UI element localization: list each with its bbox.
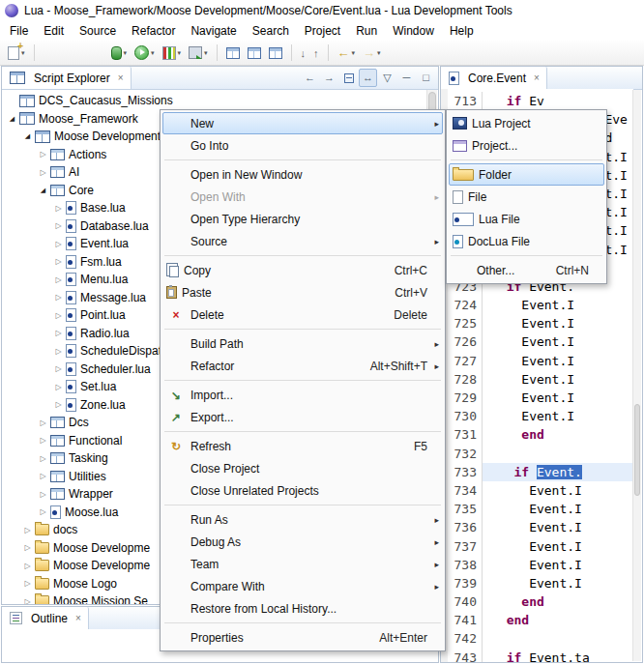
collapse-twistie-icon[interactable]: ◢ xyxy=(37,187,49,194)
editor-tab-core-event[interactable]: Core.Event × xyxy=(441,67,547,89)
menubar-item-run[interactable]: Run xyxy=(348,22,385,40)
menu-item-properties[interactable]: PropertiesAlt+Enter xyxy=(162,626,443,649)
expand-twistie-icon[interactable]: ▷ xyxy=(37,150,49,159)
menu-item-import[interactable]: ↘Import... xyxy=(162,384,443,406)
toolbar-button-table-view-2[interactable] xyxy=(245,43,264,64)
code-line-734[interactable]: 734 Event.I xyxy=(448,481,633,500)
expand-twistie-icon[interactable]: ▷ xyxy=(52,204,65,213)
expand-twistie-icon[interactable]: ▷ xyxy=(52,240,65,248)
expand-twistie-icon[interactable]: ▷ xyxy=(52,347,65,356)
submenu-item-folder[interactable]: Folder xyxy=(449,163,604,186)
code-line-731[interactable]: 731 end xyxy=(448,425,633,444)
menubar-item-refactor[interactable]: Refactor xyxy=(124,22,183,40)
code-line-728[interactable]: 728 Event.I xyxy=(448,370,633,389)
toolbar-button-new-wizard[interactable]: ▾ xyxy=(5,43,28,64)
expand-twistie-icon[interactable]: ▷ xyxy=(21,597,34,604)
collapse-twistie-icon[interactable]: ◢ xyxy=(6,115,18,123)
code-line-729[interactable]: 729 Event.I xyxy=(448,389,633,407)
expand-twistie-icon[interactable]: ▷ xyxy=(52,364,65,373)
menu-item-go-into[interactable]: Go Into xyxy=(162,134,443,157)
menu-item-close-unrelated-projects[interactable]: Close Unrelated Projects xyxy=(162,479,443,502)
submenu-item-other[interactable]: Other...Ctrl+N xyxy=(449,259,604,281)
code-line-724[interactable]: 724 Event.I xyxy=(448,296,633,314)
code-line-730[interactable]: 730 Event.I xyxy=(448,407,633,425)
menu-item-restore-from-local-history[interactable]: Restore from Local History... xyxy=(162,597,443,620)
code-line-736[interactable]: 736 Event.I xyxy=(448,518,633,536)
menu-item-refactor[interactable]: RefactorAlt+Shift+T▸ xyxy=(162,355,443,377)
menu-item-open-type-hierarchy[interactable]: Open Type Hierarchy xyxy=(162,208,443,230)
menu-item-source[interactable]: Source▸ xyxy=(162,230,443,252)
maximize-button[interactable]: □ xyxy=(417,69,435,87)
collapse-all-button[interactable] xyxy=(339,69,358,87)
close-icon[interactable]: × xyxy=(75,613,81,623)
menu-item-open-with[interactable]: Open With▸ xyxy=(162,186,443,208)
toolbar-button-table-view-1[interactable] xyxy=(223,43,243,64)
menubar-item-navigate[interactable]: Navigate xyxy=(183,22,244,40)
expand-twistie-icon[interactable]: ▷ xyxy=(37,419,49,427)
menu-item-refresh[interactable]: ↻RefreshF5 xyxy=(162,435,443,457)
menu-item-run-as[interactable]: Run As▸ xyxy=(162,508,443,531)
menubar-item-window[interactable]: Window xyxy=(385,22,442,40)
menu-item-team[interactable]: Team▸ xyxy=(162,553,443,575)
code-line-742[interactable]: 742 xyxy=(448,629,633,648)
toolbar-button-external-tools[interactable]: ▾ xyxy=(186,43,211,64)
expand-twistie-icon[interactable]: ▷ xyxy=(52,257,65,266)
submenu-item-lua-project[interactable]: Lua Project xyxy=(449,112,604,134)
menu-item-close-project[interactable]: Close Project xyxy=(162,457,443,479)
menubar-item-source[interactable]: Source xyxy=(72,22,124,40)
menu-item-compare-with[interactable]: Compare With▸ xyxy=(162,575,443,597)
expand-twistie-icon[interactable]: ▷ xyxy=(37,472,49,480)
code-line-726[interactable]: 726 Event.I xyxy=(448,332,633,351)
code-line-741[interactable]: 741 end xyxy=(448,611,633,629)
expand-twistie-icon[interactable]: ▷ xyxy=(37,436,49,445)
expand-twistie-icon[interactable]: ▷ xyxy=(52,275,65,284)
code-line-713[interactable]: 713 if Ev xyxy=(448,92,633,110)
expand-twistie-icon[interactable]: ▷ xyxy=(37,490,49,499)
menubar-item-project[interactable]: Project xyxy=(297,22,348,40)
menu-item-copy[interactable]: CopyCtrl+C xyxy=(162,259,443,281)
menu-item-debug-as[interactable]: Debug As▸ xyxy=(162,531,443,553)
code-line-733[interactable]: 733 if Event. xyxy=(448,463,633,481)
menubar-item-file[interactable]: File xyxy=(2,22,36,40)
editor-scrollbar[interactable] xyxy=(632,90,641,661)
expand-twistie-icon[interactable]: ▷ xyxy=(21,562,34,570)
expand-twistie-icon[interactable]: ▷ xyxy=(21,579,34,588)
menu-item-build-path[interactable]: Build Path▸ xyxy=(162,332,443,355)
menubar-item-help[interactable]: Help xyxy=(442,22,482,40)
code-line-738[interactable]: 738 Event.I xyxy=(448,556,633,574)
submenu-item-lua-file[interactable]: Lua File xyxy=(449,208,604,230)
expand-twistie-icon[interactable]: ▷ xyxy=(52,329,65,337)
toolbar-button-forward[interactable]: ▾ xyxy=(360,43,384,64)
expand-twistie-icon[interactable]: ▷ xyxy=(52,400,65,409)
code-line-735[interactable]: 735 Event.I xyxy=(448,500,633,518)
view-menu-button[interactable]: ▽ xyxy=(378,69,396,87)
expand-twistie-icon[interactable]: ▷ xyxy=(52,383,65,391)
code-line-725[interactable]: 725 Event.I xyxy=(448,314,633,332)
menu-item-export[interactable]: ↗Export... xyxy=(162,406,443,428)
expand-twistie-icon[interactable]: ▷ xyxy=(52,221,65,230)
code-line-740[interactable]: 740 end xyxy=(448,592,633,611)
forward-button[interactable]: → xyxy=(320,69,338,87)
script-explorer-tab[interactable]: Script Explorer × xyxy=(2,67,132,89)
code-line-739[interactable]: 739 Event.I xyxy=(448,574,633,592)
menu-item-new[interactable]: New▸ xyxy=(162,112,443,134)
menu-item-delete[interactable]: ×DeleteDelete xyxy=(162,303,443,326)
expand-twistie-icon[interactable]: ▷ xyxy=(37,454,49,463)
link-with-editor-button[interactable]: ↔ xyxy=(359,69,377,87)
menubar-item-search[interactable]: Search xyxy=(245,22,297,40)
toolbar-button-code-coverage[interactable]: ▾ xyxy=(160,43,185,64)
tree-item-dcs-caucasus-missions[interactable]: DCS_Caucasus_Missions xyxy=(2,92,427,110)
expand-twistie-icon[interactable]: ▷ xyxy=(37,168,49,177)
close-icon[interactable]: × xyxy=(534,72,540,83)
expand-twistie-icon[interactable]: ▷ xyxy=(52,311,65,320)
menubar-item-edit[interactable]: Edit xyxy=(36,22,72,40)
expand-twistie-icon[interactable]: ▷ xyxy=(52,293,65,302)
expand-twistie-icon[interactable]: ▷ xyxy=(21,543,34,552)
back-button[interactable]: ← xyxy=(301,69,319,87)
toolbar-button-back[interactable]: ▾ xyxy=(335,43,359,64)
expand-twistie-icon[interactable]: ▷ xyxy=(21,526,34,534)
toolbar-button-prev-annotation[interactable] xyxy=(310,43,322,64)
expand-twistie-icon[interactable]: ▷ xyxy=(37,507,49,516)
toolbar-button-table-view-3[interactable] xyxy=(266,43,285,64)
toolbar-button-debug[interactable]: ▾ xyxy=(108,43,131,64)
